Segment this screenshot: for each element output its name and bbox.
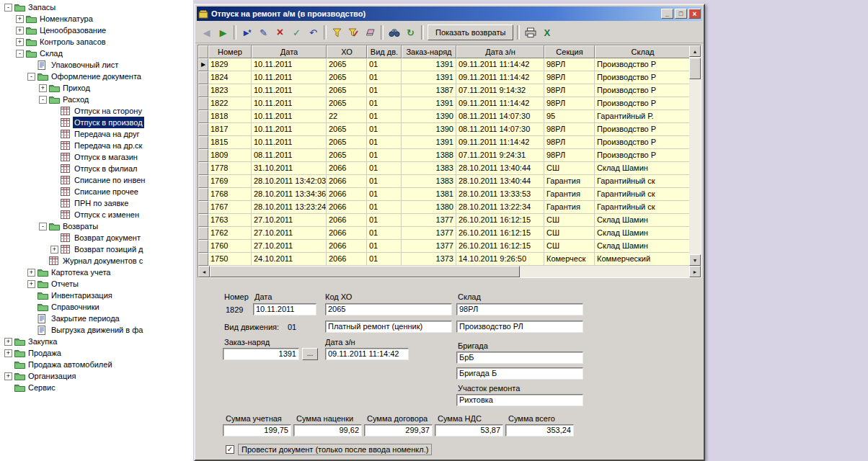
table-cell[interactable]: 98РЛ — [544, 84, 595, 97]
tree-item[interactable]: +Закупка — [0, 336, 193, 347]
tree-item[interactable]: Отпуск в магазин — [0, 151, 193, 163]
row-selector[interactable] — [198, 71, 208, 84]
expand-icon[interactable]: + — [16, 27, 24, 35]
collapse-icon[interactable]: - — [39, 96, 47, 104]
uchastok-field[interactable]: Рихтовка — [456, 394, 583, 406]
table-cell[interactable]: 1763 — [208, 214, 252, 227]
column-header[interactable]: Дата з/н — [456, 45, 544, 58]
table-cell[interactable]: Гарантия — [544, 201, 595, 214]
collapse-icon[interactable]: - — [4, 4, 12, 12]
row-selector[interactable] — [198, 162, 208, 175]
sklad-name-field[interactable]: Производство РЛ — [456, 321, 583, 333]
tree-item[interactable]: -Возвраты — [0, 220, 193, 232]
undo-icon[interactable]: ↶ — [305, 24, 322, 40]
table-row[interactable]: 176327.10.2011206601137726.10.2011 16:12… — [198, 214, 691, 227]
table-cell[interactable]: 98РЛ — [544, 123, 595, 136]
table-row[interactable]: 175024.10.2011206601137314.10.2011 9:26:… — [198, 253, 691, 266]
table-cell[interactable]: 28.10.2011 13:40:44 — [456, 175, 544, 188]
print-icon[interactable] — [522, 24, 539, 40]
table-cell[interactable]: 01 — [367, 97, 402, 110]
table-cell[interactable]: Производство Р — [595, 71, 691, 84]
table-cell[interactable]: 26.10.2011 16:12:15 — [456, 240, 544, 253]
table-cell[interactable]: 24.10.2011 — [252, 253, 327, 266]
table-cell[interactable]: Склад Шамин — [595, 240, 691, 253]
brigada-code-field[interactable]: БрБ — [456, 352, 583, 364]
tree-item[interactable]: Отпуск в филиал — [0, 163, 193, 174]
table-cell[interactable]: СШ — [544, 214, 595, 227]
table-row[interactable]: 176928.10.2011 13:42:03206601138328.10.2… — [198, 175, 691, 188]
table-cell[interactable]: Гарантия — [544, 188, 595, 201]
scroll-left-icon[interactable]: ◄ — [198, 266, 210, 277]
column-header[interactable]: Склад — [595, 45, 691, 58]
column-header[interactable]: ХО — [327, 45, 367, 58]
tree-item[interactable]: -Запасы — [0, 1, 193, 13]
row-selector[interactable] — [198, 149, 208, 162]
table-cell[interactable]: 2066 — [327, 201, 367, 214]
table-cell[interactable]: 10.11.2011 — [252, 58, 327, 71]
table-cell[interactable]: 1768 — [208, 188, 252, 201]
tree-item[interactable]: +Возврат позиций д — [0, 243, 193, 255]
table-cell[interactable]: 98РЛ — [544, 136, 595, 149]
table-cell[interactable]: 1818 — [208, 110, 252, 123]
table-cell[interactable]: 01 — [367, 58, 402, 71]
table-cell[interactable]: 1762 — [208, 227, 252, 240]
back-icon[interactable]: ◀ — [198, 24, 215, 40]
table-cell[interactable]: 1822 — [208, 97, 252, 110]
column-header[interactable]: Дата — [252, 45, 327, 58]
table-cell[interactable]: 1383 — [402, 162, 456, 175]
table-cell[interactable]: 1769 — [208, 175, 252, 188]
table-cell[interactable]: 09.11.2011 11:14:42 — [456, 97, 544, 110]
table-cell[interactable]: Гарантия — [544, 175, 595, 188]
table-cell[interactable]: 1377 — [402, 240, 456, 253]
tree-item[interactable]: -Расход — [0, 94, 193, 105]
expand-icon[interactable]: + — [4, 338, 12, 346]
zakaz-browse-button[interactable]: ... — [302, 348, 318, 360]
table-cell[interactable]: 2066 — [327, 162, 367, 175]
table-cell[interactable]: 1391 — [402, 58, 456, 71]
table-cell[interactable]: 2066 — [327, 253, 367, 266]
row-selector[interactable] — [198, 201, 208, 214]
table-cell[interactable]: Гарантийный ск — [595, 188, 691, 201]
table-cell[interactable]: 01 — [367, 240, 402, 253]
table-cell[interactable]: Гарантийный Р. — [595, 110, 691, 123]
table-row[interactable]: 177831.10.2011206601138328.10.2011 13:40… — [198, 162, 691, 175]
table-cell[interactable]: 09.11.2011 11:14:42 — [456, 136, 544, 149]
table-cell[interactable]: 1778 — [208, 162, 252, 175]
table-cell[interactable]: Производство Р — [595, 84, 691, 97]
table-cell[interactable]: 1377 — [402, 214, 456, 227]
tree-item[interactable]: Отпуск с изменен — [0, 209, 193, 220]
table-row[interactable]: 181710.11.2011206501139008.11.2011 14:07… — [198, 123, 691, 136]
table-cell[interactable]: 09.11.2011 11:14:42 — [456, 71, 544, 84]
table-cell[interactable]: 10.11.2011 — [252, 123, 327, 136]
table-cell[interactable]: 2066 — [327, 188, 367, 201]
table-cell[interactable]: 28.10.2011 13:33:53 — [456, 188, 544, 201]
table-cell[interactable]: 01 — [367, 149, 402, 162]
table-cell[interactable]: 98РЛ — [544, 71, 595, 84]
table-cell[interactable]: 1815 — [208, 136, 252, 149]
table-cell[interactable]: 2066 — [327, 175, 367, 188]
table-cell[interactable]: 27.10.2011 — [252, 214, 327, 227]
table-cell[interactable]: Гарантийный ск — [595, 175, 691, 188]
table-cell[interactable]: 1377 — [402, 227, 456, 240]
expand-icon[interactable]: + — [4, 372, 12, 380]
tree-item[interactable]: Списание по инвен — [0, 174, 193, 186]
column-header[interactable]: Вид дв. — [367, 45, 402, 58]
expand-icon[interactable]: + — [27, 280, 35, 288]
table-cell[interactable]: 10.11.2011 — [252, 84, 327, 97]
tree-item[interactable]: Списание прочее — [0, 186, 193, 197]
table-cell[interactable]: Комерческ — [544, 253, 595, 266]
table-row[interactable]: 176027.10.2011206601137726.10.2011 16:12… — [198, 240, 691, 253]
row-selector[interactable] — [198, 123, 208, 136]
tree-item[interactable]: +Приход — [0, 82, 193, 94]
refresh-icon[interactable]: ↻ — [402, 24, 419, 40]
table-cell[interactable]: 1391 — [402, 71, 456, 84]
table-cell[interactable]: 2065 — [327, 149, 367, 162]
table-cell[interactable]: Склад Шамин — [595, 162, 691, 175]
table-cell[interactable]: 1373 — [402, 253, 456, 266]
tree-item[interactable]: Отпуск на сторону — [0, 105, 193, 117]
table-cell[interactable]: 1380 — [402, 201, 456, 214]
table-cell[interactable]: 2066 — [327, 240, 367, 253]
row-selector[interactable]: ▶ — [198, 58, 208, 71]
table-cell[interactable]: 1824 — [208, 71, 252, 84]
table-cell[interactable]: 2065 — [327, 84, 367, 97]
